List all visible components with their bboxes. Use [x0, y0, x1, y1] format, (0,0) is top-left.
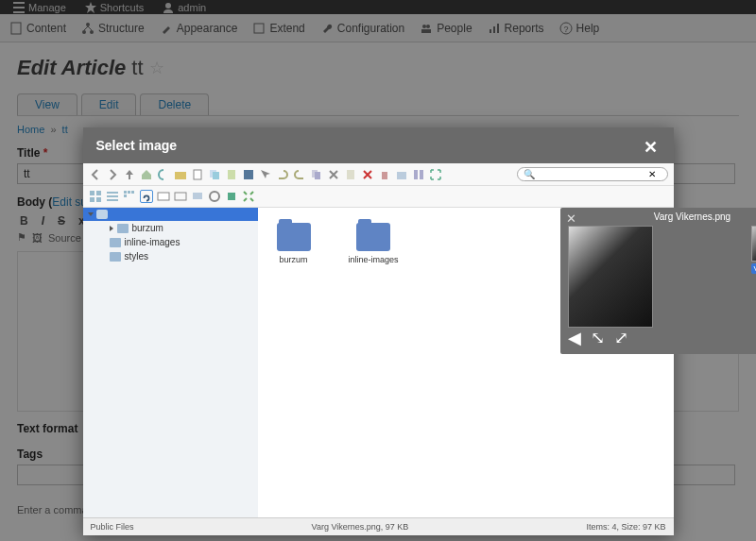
trash-icon[interactable] [378, 168, 391, 181]
expand-icon[interactable] [242, 190, 255, 203]
svg-rect-32 [420, 170, 423, 179]
file-item-burzum[interactable]: burzum [277, 223, 311, 264]
folder-tree: burzum inline-images styles [83, 208, 258, 517]
tree-disclosure-icon[interactable] [110, 226, 113, 231]
svg-rect-42 [131, 191, 134, 194]
status-left: Public Files [91, 522, 134, 532]
paste-icon[interactable] [225, 168, 238, 181]
modal-close-button[interactable]: ✕ [644, 137, 661, 154]
file-grid[interactable]: burzum inline-images ✕ Varg Vikernes.png… [258, 208, 674, 517]
svg-rect-43 [124, 194, 127, 197]
svg-rect-25 [244, 170, 253, 179]
tree-item-label: styles [125, 251, 149, 262]
tree-item-label: burzum [132, 223, 163, 233]
svg-rect-40 [124, 191, 127, 194]
save-icon[interactable] [242, 168, 255, 181]
filemanager-statusbar: Public Files Varg Vikernes.png, 97 KB It… [83, 517, 674, 535]
prev-arrow-icon[interactable]: ◀ [568, 328, 581, 348]
svg-rect-39 [107, 199, 118, 201]
folder-icon [117, 224, 129, 233]
svg-rect-38 [107, 195, 118, 197]
svg-rect-24 [228, 170, 235, 179]
up-icon[interactable] [123, 168, 136, 181]
monitor-icon[interactable] [191, 190, 204, 203]
insert-icon[interactable] [412, 168, 425, 181]
tree-item-label: inline-images [125, 237, 180, 247]
preview-body: png Varg Vikernes.png [560, 226, 757, 328]
new-file-icon[interactable] [191, 168, 204, 181]
filemanager-body: burzum inline-images styles burzum [83, 208, 674, 517]
svg-rect-37 [107, 192, 118, 194]
svg-rect-48 [228, 193, 235, 200]
link-mode-icon[interactable] [140, 190, 153, 203]
view-list-icon[interactable] [106, 190, 119, 203]
svg-rect-36 [96, 197, 101, 202]
view-small-icon[interactable] [123, 190, 136, 203]
preview-filename: Varg Vikernes.png [560, 208, 757, 226]
refresh-icon[interactable] [208, 190, 221, 203]
fullscreen-icon[interactable] [429, 168, 442, 181]
svg-rect-33 [90, 191, 94, 195]
svg-rect-44 [158, 193, 169, 200]
delete-icon[interactable] [361, 168, 374, 181]
forward-icon[interactable] [106, 168, 119, 181]
filemanager-toolbar-2 [83, 186, 674, 208]
filemanager-search[interactable]: 🔍 ✕ [517, 167, 668, 181]
search-icon: 🔍 [524, 169, 535, 179]
redo-icon[interactable] [293, 168, 306, 181]
home-icon[interactable] [140, 168, 153, 181]
view-icon[interactable] [174, 190, 187, 203]
tree-item-burzum[interactable]: burzum [83, 221, 258, 235]
file-label: burzum [279, 255, 307, 264]
open-icon[interactable] [395, 168, 408, 181]
status-right: Items: 4, Size: 97 KB [586, 522, 665, 532]
svg-rect-23 [213, 172, 219, 179]
folder-icon [356, 223, 390, 251]
preview-thumbnail[interactable]: png [751, 226, 756, 262]
svg-point-47 [210, 192, 219, 201]
next-arrow-icon[interactable]: ⤢ [614, 328, 628, 348]
preview-nav: ◀ ⤡ ⤢ [568, 328, 628, 348]
folder-icon [110, 252, 121, 262]
tree-item-styles[interactable]: styles [83, 249, 258, 263]
view-grid-icon[interactable] [89, 190, 102, 203]
tree-disclosure-icon[interactable] [88, 212, 94, 216]
svg-rect-35 [90, 197, 94, 202]
preview-close-button[interactable]: ✕ [566, 211, 576, 226]
duplicate-icon[interactable] [310, 168, 323, 181]
expand-arrow-icon[interactable]: ⤡ [591, 328, 605, 348]
back-icon[interactable] [89, 168, 102, 181]
copy-icon[interactable] [208, 168, 221, 181]
photo-icon[interactable] [157, 190, 170, 203]
reload-icon[interactable] [157, 168, 170, 181]
thumbnail-label: Varg Vikernes.png [751, 263, 756, 274]
svg-rect-20 [175, 172, 186, 179]
status-mid: Varg Vikernes.png, 97 KB [312, 522, 409, 532]
preview-thumbnail-column: png Varg Vikernes.png [751, 226, 756, 328]
modal-overlay: Select image ✕ � [0, 0, 756, 541]
folder-icon [277, 223, 311, 251]
clipboard-icon[interactable] [344, 168, 357, 181]
file-item-inline-images[interactable]: inline-images [349, 223, 399, 264]
new-folder-icon[interactable] [174, 168, 187, 181]
filemanager-toolbar-1: 🔍 ✕ [83, 163, 674, 186]
tree-root[interactable] [83, 208, 258, 221]
cut-icon[interactable] [327, 168, 340, 181]
svg-rect-27 [315, 172, 320, 179]
svg-rect-21 [194, 170, 201, 179]
tree-item-inline-images[interactable]: inline-images [83, 235, 258, 249]
select-icon[interactable] [259, 168, 272, 181]
undo-icon[interactable] [276, 168, 289, 181]
modal-header: Select image ✕ [83, 127, 674, 163]
svg-rect-45 [175, 193, 186, 200]
svg-rect-31 [414, 170, 418, 179]
svg-rect-28 [347, 170, 354, 179]
modal-title: Select image [96, 138, 178, 153]
svg-rect-46 [193, 193, 202, 199]
search-input[interactable] [535, 169, 648, 179]
clear-search-icon[interactable]: ✕ [648, 169, 656, 179]
svg-rect-41 [128, 191, 130, 194]
info-icon[interactable] [225, 190, 238, 203]
folder-icon [110, 238, 121, 247]
select-image-modal: Select image ✕ � [83, 127, 674, 535]
